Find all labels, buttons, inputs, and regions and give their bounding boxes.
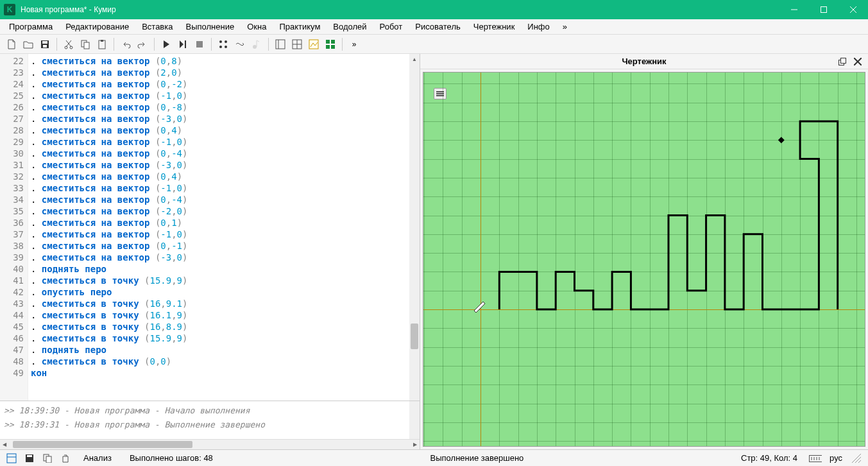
menu-item-5[interactable]: Практикум <box>273 20 327 33</box>
menu-item-11[interactable]: » <box>556 20 574 33</box>
sb-keyboard-icon <box>809 452 822 465</box>
close-button[interactable] <box>838 0 868 19</box>
svg-point-16 <box>225 40 227 43</box>
layout-grid-button[interactable] <box>289 37 305 52</box>
menu-item-6[interactable]: Водолей <box>327 20 373 33</box>
menu-item-0[interactable]: Программа <box>3 20 59 33</box>
run-button[interactable] <box>158 37 174 52</box>
new-file-button[interactable] <box>4 37 19 52</box>
tool-arrow-button[interactable] <box>232 37 248 52</box>
drawer-close-button[interactable] <box>851 55 864 68</box>
svg-point-18 <box>225 46 227 48</box>
drawer-popout-button[interactable] <box>836 55 849 68</box>
svg-point-17 <box>219 46 222 48</box>
menu-item-4[interactable]: Окна <box>241 20 273 33</box>
drawer-panel: Чертежник <box>420 54 868 449</box>
copy-button[interactable] <box>78 37 93 52</box>
console: >> 18:39:30 - Новая программа - Начало в… <box>0 401 420 439</box>
main-area: 2223242526272829303132333435363738394041… <box>0 54 868 449</box>
sb-state: Выполнение завершено <box>424 453 531 463</box>
editor-scrollbar-vertical[interactable]: ▲ <box>409 54 420 401</box>
svg-rect-38 <box>46 456 51 463</box>
svg-rect-10 <box>84 42 89 49</box>
sb-cursor: Стр: 49, Кол: 4 <box>735 453 804 463</box>
sb-resize-grip[interactable] <box>850 452 863 465</box>
menubar: ПрограммаРедактированиеВставкаВыполнение… <box>0 19 868 35</box>
svg-rect-13 <box>185 40 186 48</box>
sb-analysis: Анализ <box>77 453 118 463</box>
sb-copy-button[interactable] <box>41 452 54 465</box>
app-icon: K <box>4 4 15 15</box>
svg-point-15 <box>219 40 222 43</box>
menu-item-10[interactable]: Инфо <box>521 20 556 33</box>
window-title: Новая программа* - Кумир <box>21 5 779 14</box>
svg-rect-14 <box>196 41 203 47</box>
scrollbar-thumb[interactable] <box>13 441 192 448</box>
sb-steps: Выполнено шагов: 48 <box>123 453 219 463</box>
console-scrollbar-vertical[interactable] <box>409 401 420 439</box>
redo-button[interactable] <box>135 37 150 52</box>
svg-rect-39 <box>810 455 822 462</box>
scrollbar-thumb[interactable] <box>411 324 418 349</box>
open-file-button[interactable] <box>21 37 36 52</box>
code-editor[interactable]: 2223242526272829303132333435363738394041… <box>0 54 420 401</box>
save-button[interactable] <box>37 37 53 52</box>
minimize-button[interactable] <box>779 0 809 19</box>
undo-button[interactable] <box>118 37 133 52</box>
window-controls <box>779 0 868 19</box>
menu-item-2[interactable]: Вставка <box>135 20 179 33</box>
layout-robot-button[interactable] <box>323 37 338 52</box>
layout-1-button[interactable] <box>273 37 288 52</box>
svg-rect-5 <box>42 41 47 44</box>
svg-rect-6 <box>43 45 47 47</box>
line-gutter: 2223242526272829303132333435363738394041… <box>0 54 28 401</box>
menu-item-7[interactable]: Робот <box>373 20 409 33</box>
menu-item-8[interactable]: Рисователь <box>409 20 466 33</box>
drawer-canvas[interactable] <box>423 72 865 447</box>
statusbar: Анализ Выполнено шагов: 48 Выполнение за… <box>0 449 868 466</box>
maximize-button[interactable] <box>809 0 838 19</box>
marker-diamond <box>778 137 785 143</box>
svg-rect-30 <box>841 58 846 63</box>
drawer-title: Чертежник <box>622 56 666 66</box>
titlebar: K Новая программа* - Кумир <box>0 0 868 19</box>
svg-rect-33 <box>7 454 16 463</box>
code-content[interactable]: . сместиться на вектор (0,8). сместиться… <box>28 54 409 401</box>
svg-rect-28 <box>326 44 335 45</box>
menu-item-3[interactable]: Выполнение <box>179 20 241 33</box>
layout-drawer-button[interactable] <box>306 37 321 52</box>
pen-icon <box>474 302 485 313</box>
sb-save-button[interactable] <box>23 452 36 465</box>
stop-button[interactable] <box>192 37 207 52</box>
tool-dots-button[interactable] <box>216 37 231 52</box>
drawer-header: Чертежник <box>420 54 868 69</box>
horizontal-scrollbar[interactable]: ◀ ▶ <box>0 439 420 449</box>
tool-note-button[interactable] <box>249 37 264 52</box>
svg-rect-20 <box>276 40 285 49</box>
sb-lang[interactable]: рус <box>827 453 845 463</box>
svg-rect-36 <box>27 455 32 457</box>
toolbar: » <box>0 35 868 54</box>
svg-rect-12 <box>101 40 103 42</box>
step-button[interactable] <box>175 37 191 52</box>
svg-point-19 <box>253 45 257 49</box>
left-panel: 2223242526272829303132333435363738394041… <box>0 54 420 449</box>
menu-item-1[interactable]: Редактирование <box>59 20 135 33</box>
sb-delete-button[interactable] <box>59 452 72 465</box>
drawing-path <box>499 121 837 309</box>
cut-button[interactable] <box>61 37 76 52</box>
sb-layout-button[interactable] <box>5 452 18 465</box>
paste-button[interactable] <box>94 37 110 52</box>
menu-item-9[interactable]: Чертежник <box>467 20 522 33</box>
console-content[interactable]: >> 18:39:30 - Новая программа - Начало в… <box>0 401 409 439</box>
toolbar-overflow[interactable]: » <box>346 37 362 52</box>
svg-rect-1 <box>821 7 827 13</box>
